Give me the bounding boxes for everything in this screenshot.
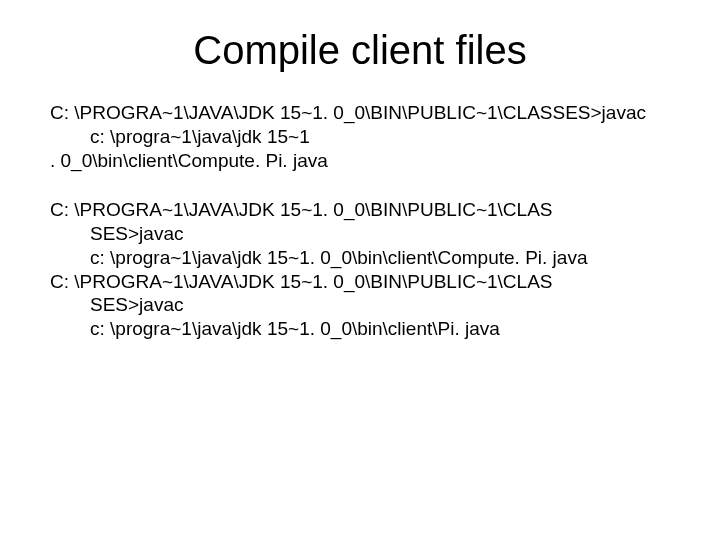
code-line: C: \PROGRA~1\JAVA\JDK 15~1. 0_0\BIN\PUBL… xyxy=(50,198,670,222)
code-line: c: \progra~1\java\jdk 15~1. 0_0\bin\clie… xyxy=(50,246,670,270)
code-line: . 0_0\bin\client\Compute. Pi. java xyxy=(50,149,670,173)
code-line: c: \progra~1\java\jdk 15~1. 0_0\bin\clie… xyxy=(50,317,670,341)
page-title: Compile client files xyxy=(50,28,670,73)
code-block-2: C: \PROGRA~1\JAVA\JDK 15~1. 0_0\BIN\PUBL… xyxy=(50,198,670,341)
slide: Compile client files C: \PROGRA~1\JAVA\J… xyxy=(0,0,720,540)
code-line: SES>javac xyxy=(50,293,670,317)
code-line: C: \PROGRA~1\JAVA\JDK 15~1. 0_0\BIN\PUBL… xyxy=(50,270,670,294)
code-line: C: \PROGRA~1\JAVA\JDK 15~1. 0_0\BIN\PUBL… xyxy=(50,101,670,125)
code-block-1: C: \PROGRA~1\JAVA\JDK 15~1. 0_0\BIN\PUBL… xyxy=(50,101,670,172)
code-line: SES>javac xyxy=(50,222,670,246)
code-line: c: \progra~1\java\jdk 15~1 xyxy=(50,125,670,149)
